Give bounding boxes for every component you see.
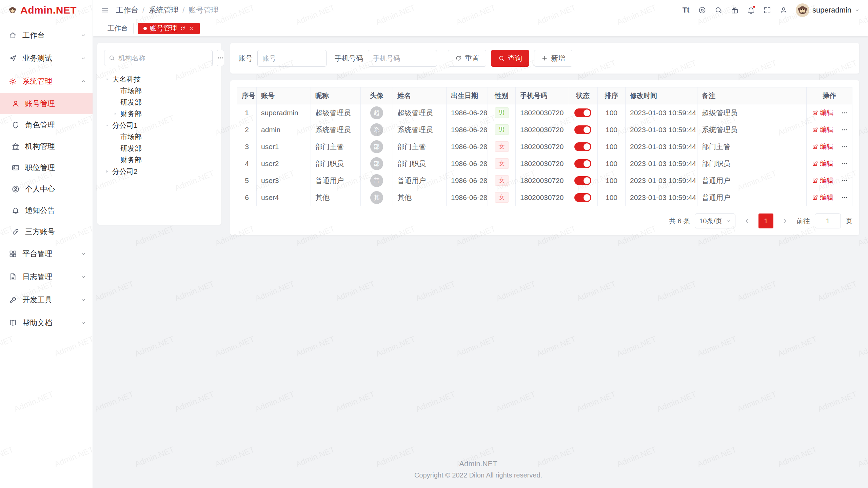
page-1-button[interactable]: 1 bbox=[758, 214, 773, 228]
brand-name: Admin.NET bbox=[20, 4, 77, 16]
tree-node[interactable]: 财务部 bbox=[104, 154, 215, 166]
pagination: 共 6 条 10条/页 1 前 bbox=[237, 214, 852, 228]
col-nickname: 昵称 bbox=[311, 87, 361, 104]
status-toggle[interactable] bbox=[574, 142, 591, 151]
page-size-select[interactable]: 10条/页 bbox=[695, 214, 735, 228]
col-name: 姓名 bbox=[393, 87, 447, 104]
sidebar-item-third-party-account[interactable]: 三方账号 bbox=[0, 221, 93, 242]
user-menu[interactable]: superadmin bbox=[796, 3, 860, 17]
breadcrumb-account-management: 账号管理 bbox=[189, 5, 218, 15]
breadcrumb-system-management[interactable]: 系统管理 bbox=[149, 5, 178, 15]
org-search-input[interactable] bbox=[118, 54, 208, 62]
edit-button[interactable]: 编辑 bbox=[812, 125, 833, 134]
add-button[interactable]: 新增 bbox=[534, 50, 572, 67]
status-toggle[interactable] bbox=[574, 125, 591, 134]
tree-more-button[interactable] bbox=[217, 50, 224, 66]
tab-account-management[interactable]: 账号管理 bbox=[138, 23, 200, 34]
tree-node[interactable]: 分公司1 bbox=[104, 120, 215, 131]
sidebar-item-help-docs[interactable]: 帮助文档 bbox=[0, 311, 93, 334]
status-toggle[interactable] bbox=[574, 159, 591, 168]
refresh-tab-icon[interactable] bbox=[180, 26, 185, 31]
fullscreen-button[interactable] bbox=[760, 3, 775, 18]
cell-account: user2 bbox=[257, 155, 311, 172]
edit-button[interactable]: 编辑 bbox=[812, 159, 833, 168]
cell-no: 4 bbox=[237, 155, 257, 172]
tree-node[interactable]: 研发部 bbox=[104, 97, 215, 108]
cell-modified: 2023-01-03 10:59:44 bbox=[626, 172, 697, 189]
sidebar-item-log-management[interactable]: 日志管理 bbox=[0, 265, 93, 288]
edit-button[interactable]: 编辑 bbox=[812, 108, 833, 117]
sidebar-item-business-test[interactable]: 业务测试 bbox=[0, 47, 93, 70]
cell-status bbox=[568, 104, 598, 121]
sidebar-item-personal-center[interactable]: 个人中心 bbox=[0, 178, 93, 200]
goto-page-input[interactable] bbox=[815, 214, 841, 228]
cell-nickname: 部门主管 bbox=[311, 138, 361, 155]
sidebar-item-org-management[interactable]: 机构管理 bbox=[0, 136, 93, 157]
tree-node[interactable]: 市场部 bbox=[104, 131, 215, 143]
more-actions-button[interactable] bbox=[841, 143, 848, 150]
edit-button[interactable]: 编辑 bbox=[812, 142, 833, 151]
tree-node[interactable]: 分公司2 bbox=[104, 166, 215, 177]
edit-button[interactable]: 编辑 bbox=[812, 176, 833, 185]
notifications-button[interactable] bbox=[744, 3, 758, 18]
more-actions-button[interactable] bbox=[841, 126, 848, 133]
sidebar-item-system-management[interactable]: 系统管理 bbox=[0, 70, 93, 93]
phone-filter-input[interactable] bbox=[368, 50, 437, 67]
gender-badge: 女 bbox=[495, 192, 509, 203]
cell-remark: 普通用户 bbox=[697, 172, 807, 189]
logo[interactable]: Admin.NET bbox=[0, 0, 93, 20]
sidebar-item-dev-tools[interactable]: 开发工具 bbox=[0, 288, 93, 311]
gender-badge: 男 bbox=[495, 124, 509, 135]
collapse-menu-button[interactable] bbox=[101, 6, 109, 14]
cell-modified: 2023-01-03 10:59:44 bbox=[626, 121, 697, 138]
sidebar-item-platform-management[interactable]: 平台管理 bbox=[0, 242, 93, 265]
cell-actions: 编辑 bbox=[807, 104, 852, 121]
tab-workbench[interactable]: 工作台 bbox=[102, 23, 134, 34]
sidebar-item-role-management[interactable]: 角色管理 bbox=[0, 114, 93, 136]
search-button[interactable]: 查询 bbox=[491, 50, 529, 67]
sidebar: Admin.NET 工作台 业务测试 系统管理 账号管理 bbox=[0, 0, 93, 488]
more-actions-button[interactable] bbox=[841, 109, 848, 116]
chevron-down-icon bbox=[80, 55, 86, 61]
refresh-icon bbox=[455, 55, 462, 62]
breadcrumb: 工作台 / 系统管理 / 账号管理 bbox=[116, 5, 218, 15]
gift-button[interactable] bbox=[727, 3, 742, 18]
locale-button[interactable] bbox=[695, 3, 710, 18]
tree-node[interactable]: 研发部 bbox=[104, 143, 215, 154]
sidebar-menu: 工作台 业务测试 系统管理 账号管理 角色管理 bbox=[0, 20, 93, 334]
status-toggle[interactable] bbox=[574, 176, 591, 185]
tree-node[interactable]: 市场部 bbox=[104, 85, 215, 97]
home-icon bbox=[9, 31, 17, 39]
close-tab-icon[interactable] bbox=[189, 26, 194, 31]
edit-button[interactable]: 编辑 bbox=[812, 193, 833, 202]
tree-node[interactable]: 财务部 bbox=[104, 108, 215, 120]
sidebar-item-position-management[interactable]: 职位管理 bbox=[0, 157, 93, 178]
building-icon bbox=[12, 142, 20, 150]
profile-shortcut-button[interactable] bbox=[776, 3, 791, 18]
edit-icon bbox=[812, 178, 818, 184]
sidebar-item-account-management[interactable]: 账号管理 bbox=[0, 93, 93, 114]
sidebar-item-notice[interactable]: 通知公告 bbox=[0, 200, 93, 221]
more-actions-button[interactable] bbox=[841, 194, 848, 201]
status-toggle[interactable] bbox=[574, 108, 591, 117]
table-row: 3 user1 部门主管 部 部门主管 1986-06-28 女 1802003… bbox=[237, 138, 852, 155]
wrench-icon bbox=[9, 296, 17, 304]
table-row: 1 superadmin 超级管理员 超 超级管理员 1986-06-28 男 … bbox=[237, 104, 852, 121]
more-actions-button[interactable] bbox=[841, 177, 848, 184]
cell-gender: 女 bbox=[488, 138, 516, 155]
global-search-button[interactable] bbox=[711, 3, 726, 18]
more-actions-button[interactable] bbox=[841, 160, 848, 167]
tree-node[interactable]: 大名科技 bbox=[104, 74, 215, 85]
reset-button[interactable]: 重置 bbox=[448, 50, 486, 67]
account-filter-input[interactable] bbox=[257, 50, 327, 67]
prev-page-button[interactable] bbox=[740, 214, 754, 228]
page-footer: Admin.NET Copyright © 2022 Dilon All rig… bbox=[97, 453, 859, 488]
font-size-button[interactable]: Tt bbox=[678, 3, 693, 18]
cell-actions: 编辑 bbox=[807, 189, 852, 206]
cell-remark: 普通用户 bbox=[697, 189, 807, 206]
status-toggle[interactable] bbox=[574, 193, 591, 202]
next-page-button[interactable] bbox=[778, 214, 792, 228]
sidebar-item-workbench[interactable]: 工作台 bbox=[0, 24, 93, 47]
breadcrumb-workbench[interactable]: 工作台 bbox=[116, 5, 138, 15]
ellipsis-icon bbox=[217, 55, 224, 61]
